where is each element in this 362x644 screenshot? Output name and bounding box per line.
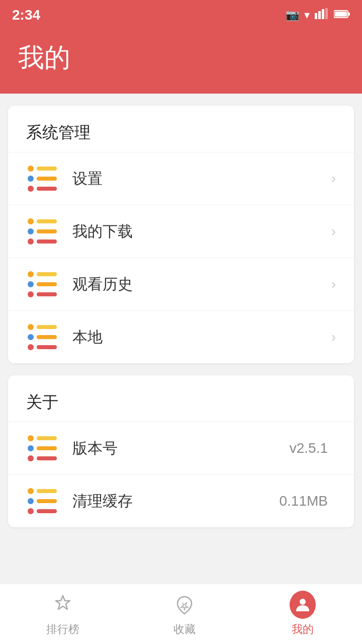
- bottom-nav: 排行榜 收藏 我的: [0, 584, 362, 644]
- svg-rect-0: [315, 13, 317, 19]
- history-icon: [26, 270, 58, 298]
- status-icons: 📷 ▾: [286, 8, 350, 22]
- mine-icon: [290, 592, 316, 618]
- ranking-icon: [50, 592, 76, 618]
- local-chevron: ›: [331, 329, 336, 345]
- nav-favorites[interactable]: 收藏: [171, 592, 198, 637]
- camera-status-icon: 📷: [286, 9, 299, 22]
- clear-cache-item[interactable]: 清理缓存 0.11MB: [8, 474, 354, 527]
- nav-mine[interactable]: 我的: [290, 592, 316, 637]
- svg-point-7: [300, 599, 306, 605]
- signal-icon: [315, 8, 329, 22]
- wifi-icon: ▾: [304, 9, 310, 22]
- settings-item[interactable]: 设置 ›: [8, 152, 354, 205]
- clear-cache-value: 0.11MB: [280, 493, 328, 509]
- svg-rect-6: [335, 12, 347, 17]
- history-label: 观看历史: [72, 274, 331, 295]
- version-item: 版本号 v2.5.1: [8, 422, 354, 474]
- nav-ranking[interactable]: 排行榜: [46, 592, 79, 637]
- system-section-title: 系统管理: [8, 106, 354, 152]
- svg-rect-1: [318, 11, 321, 19]
- battery-icon: [334, 9, 350, 22]
- content-area: 系统管理 设置: [0, 106, 362, 605]
- local-label: 本地: [72, 327, 331, 348]
- settings-label: 设置: [72, 169, 331, 189]
- local-item[interactable]: 本地 ›: [8, 310, 354, 363]
- favorites-icon: [171, 592, 198, 618]
- local-icon: [26, 323, 58, 351]
- version-icon: [26, 434, 58, 462]
- status-bar: 2:34 📷 ▾: [0, 0, 362, 30]
- about-section-title: 关于: [8, 375, 354, 422]
- about-card: 关于 版本号: [8, 375, 354, 527]
- ranking-label: 排行榜: [46, 622, 79, 637]
- svg-rect-2: [322, 9, 324, 19]
- version-label: 版本号: [72, 438, 290, 459]
- svg-rect-5: [348, 13, 350, 16]
- downloads-item[interactable]: 我的下载 ›: [8, 205, 354, 258]
- downloads-label: 我的下载: [72, 221, 331, 242]
- version-value: v2.5.1: [290, 440, 328, 456]
- page-header: 我的: [0, 30, 362, 94]
- downloads-icon: [26, 217, 58, 246]
- history-chevron: ›: [331, 276, 336, 292]
- favorites-label: 收藏: [173, 622, 196, 637]
- page-title: 我的: [18, 40, 344, 75]
- system-management-card: 系统管理 设置: [8, 106, 354, 363]
- downloads-chevron: ›: [331, 223, 336, 239]
- svg-rect-3: [325, 8, 328, 19]
- settings-chevron: ›: [331, 171, 336, 187]
- settings-icon: [26, 165, 58, 193]
- history-item[interactable]: 观看历史 ›: [8, 258, 354, 310]
- clear-cache-label: 清理缓存: [72, 491, 280, 512]
- status-time: 2:34: [12, 7, 40, 23]
- mine-label: 我的: [292, 622, 314, 637]
- clear-cache-icon: [26, 487, 58, 515]
